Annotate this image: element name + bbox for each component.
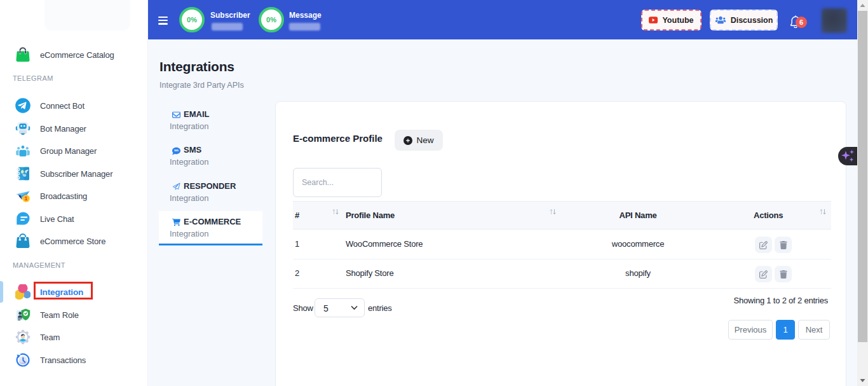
svg-text:1: 1 (25, 195, 28, 202)
svg-text:SMS: SMS (174, 149, 179, 152)
